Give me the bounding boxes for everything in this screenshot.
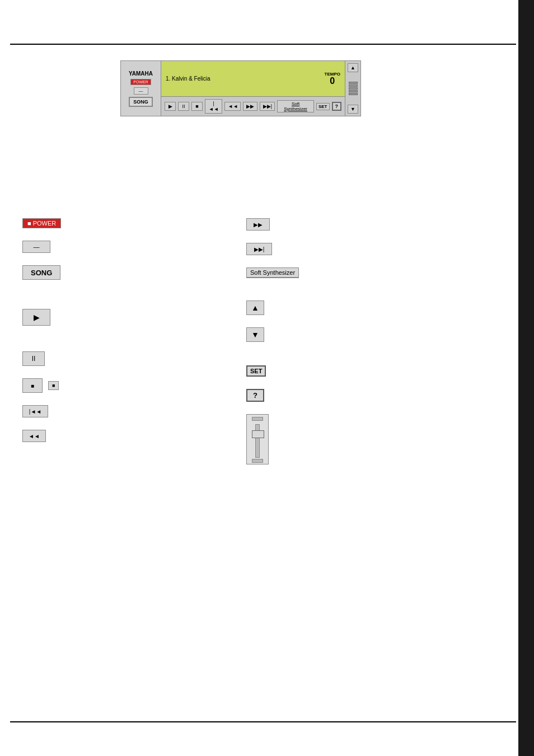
device-play-button[interactable]: ▶ [165, 102, 176, 111]
device-center-panel: 1. Kalvin & Felicia TEMPO 0 ▶ II ■ |◄◄ ◄… [161, 61, 345, 116]
slider-thumb[interactable] [252, 430, 264, 438]
spacer4 [246, 354, 437, 365]
slider-track [255, 424, 260, 458]
volume-slider-area [246, 414, 297, 464]
player-device: YAMAHA POWER — SONG 1. Kalvin & Felicia … [120, 60, 361, 116]
buttons-section: ■ POWER — SONG ▶ [22, 218, 512, 477]
set-btn-area: SET [246, 365, 297, 377]
rewind-item-group: ◄◄ [22, 430, 213, 442]
question-btn-area: ? [246, 389, 297, 402]
song-item-group: SONG [22, 265, 213, 280]
device-skip-back-button[interactable]: |◄◄ [205, 99, 222, 114]
play-btn-area: ▶ [22, 309, 73, 326]
pause-btn-area: II [22, 351, 73, 366]
device-brand: YAMAHA [129, 71, 153, 77]
device-skip-forward-button[interactable]: ▶▶| [260, 102, 275, 111]
buttons-right-column: ▶▶ ▶▶| Soft Synthesizer ▲ [246, 218, 437, 477]
volume-slider-item-group [246, 414, 437, 464]
spacer2 [22, 338, 213, 351]
skip-back-button[interactable]: |◄◄ [22, 405, 48, 417]
stop-button[interactable]: ■ [22, 378, 43, 393]
question-button[interactable]: ? [246, 389, 264, 402]
skip-forward-button[interactable]: ▶▶| [246, 243, 272, 255]
device-soft-synth-button[interactable]: Soft Synthesizer [277, 100, 314, 112]
up-arrow-button[interactable]: ▲ [246, 300, 264, 315]
rewind-button[interactable]: ◄◄ [22, 430, 46, 442]
spacer1 [22, 292, 213, 309]
device-pause-button[interactable]: II [178, 102, 189, 111]
up-arrow-item-group: ▲ [246, 300, 437, 315]
device-set-button[interactable]: SET [316, 103, 330, 110]
question-item-group: ? [246, 389, 437, 402]
soft-synth-btn-area: Soft Synthesizer [246, 267, 299, 278]
device-volume-bars [349, 82, 358, 95]
device-tempo-value: 0 [330, 77, 335, 86]
power-btn-area: ■ POWER [22, 218, 73, 228]
stop-btn-area: ■ ■ [22, 378, 73, 393]
bottom-rule [10, 721, 516, 722]
device-power-button[interactable]: POWER [130, 79, 151, 85]
up-arrow-btn-area: ▲ [246, 300, 297, 315]
ff-btn-area: ▶▶ [246, 218, 297, 231]
stop-small-button[interactable]: ■ [48, 381, 59, 390]
device-up-arrow-button[interactable]: ▲ [348, 63, 358, 72]
device-tempo-area: TEMPO 0 [325, 72, 340, 86]
down-arrow-btn-area: ▼ [246, 327, 297, 342]
pause-item-group: II [22, 351, 213, 366]
device-controls-row: ▶ II ■ |◄◄ ◄◄ ▶▶ ▶▶| Soft Synthesizer SE… [161, 97, 345, 116]
device-right-panel: ▲ ▼ [345, 61, 360, 116]
minus-btn-area: — [22, 241, 73, 253]
down-arrow-button[interactable]: ▼ [246, 327, 264, 342]
skip-fwd-btn-area: ▶▶| [246, 243, 297, 255]
volume-slider[interactable] [246, 414, 269, 464]
pause-button[interactable]: II [22, 351, 45, 366]
song-button[interactable]: SONG [22, 265, 60, 280]
device-minus-button[interactable]: — [134, 87, 148, 95]
buttons-left-column: ■ POWER — SONG ▶ [22, 218, 213, 477]
power-button[interactable]: ■ POWER [22, 218, 61, 228]
stop-item-group: ■ ■ [22, 378, 213, 393]
slider-top-cap [252, 417, 263, 421]
ff-item-group: ▶▶ [246, 218, 437, 231]
soft-synth-item-group: Soft Synthesizer [246, 267, 437, 278]
set-button[interactable]: SET [246, 365, 266, 377]
vol-bar-4 [349, 90, 358, 92]
device-song-button[interactable]: SONG [129, 97, 153, 107]
vol-bar-1 [349, 82, 358, 84]
device-down-arrow-button[interactable]: ▼ [348, 105, 358, 114]
rewind-btn-area: ◄◄ [22, 430, 73, 442]
play-item-group: ▶ [22, 309, 213, 326]
right-sidebar [518, 0, 534, 756]
device-stop-button[interactable]: ■ [191, 102, 203, 111]
minus-item-group: — [22, 241, 213, 253]
vol-bar-2 [349, 84, 358, 87]
device-rewind-button[interactable]: ◄◄ [224, 102, 241, 111]
top-rule [10, 44, 516, 45]
device-display: 1. Kalvin & Felicia TEMPO 0 [161, 61, 345, 97]
power-item-group: ■ POWER [22, 218, 213, 228]
play-button[interactable]: ▶ [22, 309, 50, 326]
device-left-panel: YAMAHA POWER — SONG [121, 61, 161, 116]
minus-button[interactable]: — [22, 241, 50, 253]
skip-back-btn-area: |◄◄ [22, 405, 73, 417]
device-display-text: 1. Kalvin & Felicia [166, 76, 320, 82]
vol-bar-5 [349, 93, 358, 95]
skip-back-item-group: |◄◄ [22, 405, 213, 417]
set-item-group: SET [246, 365, 437, 377]
device-fast-forward-button[interactable]: ▶▶ [243, 102, 257, 111]
down-arrow-item-group: ▼ [246, 327, 437, 342]
song-btn-area: SONG [22, 265, 73, 280]
fast-forward-button[interactable]: ▶▶ [246, 218, 270, 231]
skip-fwd-item-group: ▶▶| [246, 243, 437, 255]
device-question-button[interactable]: ? [332, 102, 342, 111]
spacer3 [246, 290, 437, 300]
slider-bottom-cap [252, 459, 263, 463]
vol-bar-3 [349, 87, 358, 90]
soft-synthesizer-button[interactable]: Soft Synthesizer [246, 267, 299, 278]
